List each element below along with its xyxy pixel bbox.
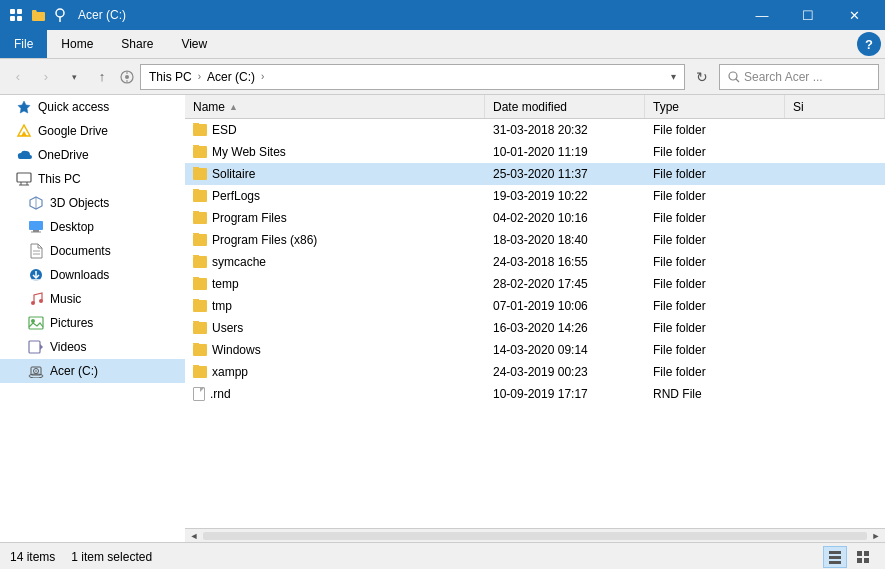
file-cell-date: 31-03-2018 20:32 <box>485 123 645 137</box>
file-name-text: xampp <box>212 365 248 379</box>
3d-objects-icon <box>28 195 44 211</box>
file-row[interactable]: Users16-03-2020 14:26File folder <box>185 317 885 339</box>
file-name-text: symcache <box>212 255 266 269</box>
col-header-type[interactable]: Type <box>645 95 785 118</box>
this-pc-icon <box>16 171 32 187</box>
file-cell-date: 16-03-2020 14:26 <box>485 321 645 335</box>
address-sep2: › <box>261 71 264 82</box>
maximize-button[interactable]: ☐ <box>785 0 831 30</box>
address-dropdown-arrow[interactable]: ▾ <box>671 71 676 82</box>
hscroll-left-btn[interactable]: ◄ <box>187 529 201 543</box>
folder-icon <box>193 300 207 312</box>
titlebar-pin-icon <box>52 7 68 23</box>
sidebar-music-label: Music <box>50 292 81 306</box>
address-sep1: › <box>198 71 201 82</box>
filelist-body[interactable]: ESD31-03-2018 20:32File folderMy Web Sit… <box>185 119 885 528</box>
file-name-text: temp <box>212 277 239 291</box>
file-row[interactable]: ESD31-03-2018 20:32File folder <box>185 119 885 141</box>
sidebar-scroll[interactable]: Quick access Google Drive <box>0 95 185 542</box>
sidebar-item-documents[interactable]: Documents <box>0 239 185 263</box>
file-row[interactable]: Windows14-03-2020 09:14File folder <box>185 339 885 361</box>
minimize-button[interactable]: — <box>739 0 785 30</box>
titlebar-icons <box>8 7 68 23</box>
address-box[interactable]: This PC › Acer (C:) › ▾ <box>140 64 685 90</box>
svg-rect-3 <box>17 16 22 21</box>
search-icon <box>728 71 740 83</box>
folder-icon <box>193 322 207 334</box>
sidebar-item-3d-objects[interactable]: 3D Objects <box>0 191 185 215</box>
file-row[interactable]: symcache24-03-2018 16:55File folder <box>185 251 885 273</box>
file-cell-date: 24-03-2019 00:23 <box>485 365 645 379</box>
folder-icon <box>193 146 207 158</box>
svg-rect-39 <box>829 551 841 554</box>
hscroll-track[interactable] <box>203 532 867 540</box>
horizontal-scrollbar[interactable]: ◄ ► <box>185 528 885 542</box>
dropdown-button[interactable]: ▾ <box>62 65 86 89</box>
folder-icon <box>193 212 207 224</box>
file-row[interactable]: My Web Sites10-01-2020 11:19File folder <box>185 141 885 163</box>
col-header-size[interactable]: Si <box>785 95 885 118</box>
sidebar-item-onedrive[interactable]: OneDrive <box>0 143 185 167</box>
file-cell-type: File folder <box>645 343 785 357</box>
music-icon <box>28 291 44 307</box>
close-button[interactable]: ✕ <box>831 0 877 30</box>
file-name-text: .rnd <box>210 387 231 401</box>
folder-icon <box>193 234 207 246</box>
file-name-text: tmp <box>212 299 232 313</box>
forward-button[interactable]: › <box>34 65 58 89</box>
hscroll-right-btn[interactable]: ► <box>869 529 883 543</box>
item-count: 14 items <box>10 550 55 564</box>
file-row[interactable]: PerfLogs19-03-2019 10:22File folder <box>185 185 885 207</box>
tab-share[interactable]: Share <box>107 30 167 58</box>
sidebar-item-music[interactable]: Music <box>0 287 185 311</box>
svg-rect-40 <box>829 556 841 559</box>
sidebar-item-downloads[interactable]: Downloads <box>0 263 185 287</box>
up-button[interactable]: ↑ <box>90 65 114 89</box>
sidebar-videos-label: Videos <box>50 340 86 354</box>
sidebar-documents-label: Documents <box>50 244 111 258</box>
sidebar-item-quick-access[interactable]: Quick access <box>0 95 185 119</box>
back-button[interactable]: ‹ <box>6 65 30 89</box>
onedrive-icon <box>16 147 32 163</box>
col-header-date[interactable]: Date modified <box>485 95 645 118</box>
file-name-text: Solitaire <box>212 167 255 181</box>
file-cell-type: File folder <box>645 299 785 313</box>
tab-home[interactable]: Home <box>47 30 107 58</box>
file-cell-type: File folder <box>645 233 785 247</box>
sidebar-item-pictures[interactable]: Pictures <box>0 311 185 335</box>
col-type-label: Type <box>653 100 679 114</box>
sidebar-item-this-pc[interactable]: This PC <box>0 167 185 191</box>
file-cell-date: 18-03-2020 18:40 <box>485 233 645 247</box>
file-row[interactable]: Program Files (x86)18-03-2020 18:40File … <box>185 229 885 251</box>
file-row[interactable]: .rnd10-09-2019 17:17RND File <box>185 383 885 405</box>
sidebar-item-google-drive[interactable]: Google Drive <box>0 119 185 143</box>
file-row[interactable]: Solitaire25-03-2020 11:37File folder <box>185 163 885 185</box>
sidebar-item-desktop[interactable]: Desktop <box>0 215 185 239</box>
view-controls <box>823 546 875 568</box>
details-view-button[interactable] <box>823 546 847 568</box>
location-icon <box>118 68 136 86</box>
file-row[interactable]: xampp24-03-2019 00:23File folder <box>185 361 885 383</box>
refresh-button[interactable]: ↻ <box>689 64 715 90</box>
sidebar-item-acer-c[interactable]: Acer (C:) <box>0 359 185 383</box>
sidebar-quick-access-label: Quick access <box>38 100 109 114</box>
titlebar: Acer (C:) — ☐ ✕ <box>0 0 885 30</box>
sidebar-item-videos[interactable]: Videos <box>0 335 185 359</box>
tab-file[interactable]: File <box>0 30 47 58</box>
videos-icon <box>28 339 44 355</box>
file-cell-date: 07-01-2019 10:06 <box>485 299 645 313</box>
file-row[interactable]: temp28-02-2020 17:45File folder <box>185 273 885 295</box>
folder-icon <box>193 190 207 202</box>
tab-view[interactable]: View <box>167 30 221 58</box>
svg-point-30 <box>39 299 43 303</box>
titlebar-title: Acer (C:) <box>78 8 739 22</box>
col-header-name[interactable]: Name ▲ <box>185 95 485 118</box>
file-name-text: Users <box>212 321 243 335</box>
search-box[interactable]: Search Acer ... <box>719 64 879 90</box>
col-name-label: Name <box>193 100 225 114</box>
file-row[interactable]: Program Files04-02-2020 10:16File folder <box>185 207 885 229</box>
file-row[interactable]: tmp07-01-2019 10:06File folder <box>185 295 885 317</box>
tiles-view-button[interactable] <box>851 546 875 568</box>
help-button[interactable]: ? <box>857 32 881 56</box>
svg-rect-2 <box>10 16 15 21</box>
